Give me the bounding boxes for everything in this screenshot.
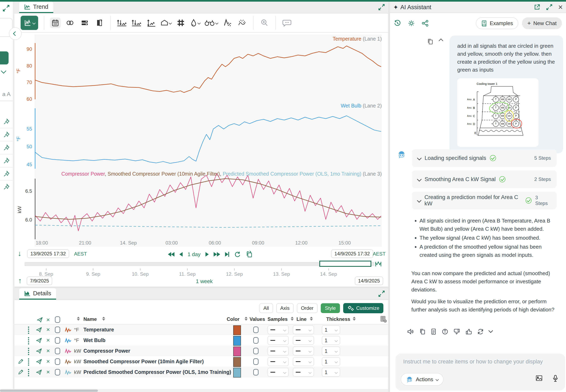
color-swatch[interactable] [233, 336, 241, 346]
values-checkbox[interactable] [253, 326, 258, 333]
tab-trend[interactable]: Trend [19, 2, 53, 13]
tab-details[interactable]: Details [19, 288, 56, 300]
sort-icon[interactable] [245, 317, 247, 321]
thumbs-up-icon[interactable] [466, 328, 472, 335]
row-name[interactable]: Smoothed Compressor Power (10min Agile F… [84, 359, 204, 364]
send-icon[interactable] [36, 326, 42, 333]
sort-icon[interactable] [291, 317, 294, 321]
chat-scroll-area[interactable]: add in all signals that are circled in g… [390, 33, 566, 353]
table-row[interactable]: ×°FTemperature1 [14, 324, 388, 335]
labels-tag-button[interactable] [161, 19, 171, 27]
range-selector-selection[interactable] [319, 261, 371, 267]
copy-message-icon[interactable] [427, 38, 433, 45]
copy-icon[interactable] [419, 328, 425, 335]
sort-icon[interactable] [102, 317, 105, 321]
expand-icon[interactable] [546, 4, 552, 10]
link-icon[interactable] [65, 17, 75, 28]
image-upload-icon[interactable] [535, 375, 543, 382]
history-icon[interactable] [394, 20, 401, 27]
filter-order-button[interactable]: Order [297, 303, 317, 313]
select-all-checkbox[interactable] [55, 316, 60, 323]
line-style-dropdown[interactable] [293, 325, 314, 334]
trend-chart-area[interactable]: 908070605550456.56.0 Temperature (Lane 1… [14, 33, 388, 247]
sort-icon[interactable] [353, 317, 356, 321]
remove-icon[interactable]: × [46, 369, 50, 375]
document-icon[interactable] [431, 328, 437, 335]
samples-style-dropdown[interactable] [268, 357, 289, 366]
samples-icon[interactable] [222, 17, 233, 28]
send-icon[interactable] [37, 316, 43, 323]
new-chat-button[interactable]: + New Chat [522, 17, 562, 29]
expand-icon[interactable] [2, 4, 10, 12]
investigate-button[interactable] [204, 19, 218, 27]
step-to-end-icon[interactable] [225, 252, 229, 257]
step-back-fast-icon[interactable] [168, 252, 174, 257]
low-high-signal-2-icon[interactable] [131, 17, 142, 28]
microphone-icon[interactable] [552, 375, 558, 382]
column-thickness[interactable]: Thickness [326, 316, 350, 322]
investigate-end-input[interactable]: 14/9/2025 [355, 277, 383, 285]
examples-button[interactable]: Examples [476, 17, 518, 29]
row-checkbox[interactable] [55, 348, 60, 354]
table-row[interactable]: ×kWCompressor Power1 [14, 346, 388, 356]
display-end-timezone[interactable]: AEST [373, 251, 386, 257]
chevron-down-icon[interactable] [489, 329, 492, 333]
actions-button[interactable]: Actions [401, 373, 444, 386]
auto-scale-icon[interactable] [146, 17, 156, 28]
collapse-message-icon[interactable] [439, 39, 443, 45]
trend-view-dropdown-button[interactable] [21, 16, 38, 30]
column-samples[interactable]: Samples [268, 316, 288, 322]
dimming-button[interactable] [190, 19, 200, 27]
step-forward-fast-icon[interactable] [214, 252, 220, 257]
table-row[interactable]: ×kWSmoothed Compressor Power (10min Agil… [14, 356, 388, 367]
row-name[interactable]: Predicted Smoothed Compressor Power (OLS… [84, 369, 231, 375]
pin-icon[interactable] [0, 154, 13, 168]
kebab-menu-icon[interactable] [28, 348, 29, 355]
color-swatch[interactable] [233, 357, 241, 367]
kebab-menu-icon[interactable] [28, 337, 29, 345]
add-column-icon[interactable] [380, 316, 387, 322]
pin-icon[interactable] [0, 115, 13, 128]
expand-trend-icon[interactable] [378, 4, 385, 11]
remove-icon[interactable]: × [46, 326, 50, 333]
customize-button[interactable]: Customize [343, 303, 383, 313]
row-name[interactable]: Wet Bulb [84, 337, 105, 343]
pin-icon[interactable] [0, 141, 13, 154]
filter-axis-button[interactable]: Axis [276, 303, 294, 313]
kebab-menu-icon[interactable] [28, 326, 29, 334]
remove-all-icon[interactable]: × [46, 317, 50, 323]
filter-all-button[interactable]: All [259, 303, 273, 313]
move-start-up-icon[interactable]: ↑ [18, 277, 22, 284]
column-line[interactable]: Line [297, 316, 307, 322]
samples-style-dropdown[interactable] [268, 368, 289, 377]
values-checkbox[interactable] [253, 348, 258, 354]
step-back-icon[interactable] [179, 252, 183, 257]
values-checkbox[interactable] [253, 369, 258, 376]
display-duration[interactable]: 1 day [187, 251, 200, 258]
row-checkbox[interactable] [55, 358, 60, 365]
line-style-dropdown[interactable] [293, 368, 314, 377]
step-forward-icon[interactable] [205, 252, 209, 257]
row-checkbox[interactable] [55, 369, 60, 376]
row-name[interactable]: Compressor Power [84, 348, 130, 354]
pencil-icon[interactable] [18, 358, 24, 364]
volume-icon[interactable] [407, 328, 414, 335]
zoom-in-icon[interactable] [259, 17, 270, 28]
step-group-1[interactable]: Loading specified signals 5 Steps [412, 149, 557, 167]
step-group-3[interactable]: Creating a prediction model for Area C k… [412, 192, 557, 209]
line-style-dropdown[interactable] [293, 357, 314, 366]
column-values[interactable]: Values [250, 316, 265, 322]
compare-icon[interactable] [94, 17, 105, 28]
filter-style-button[interactable]: Style [321, 303, 340, 313]
copy-range-icon[interactable] [245, 251, 253, 258]
auto-update-icon[interactable] [375, 261, 382, 267]
color-swatch[interactable] [233, 347, 241, 356]
horizontal-scrollbar-thumb[interactable] [0, 390, 98, 392]
table-row[interactable]: ×°FWet Bulb1 [14, 335, 388, 346]
pin-icon[interactable] [0, 167, 13, 181]
thickness-dropdown[interactable]: 1 [322, 325, 340, 334]
scatter-smooth-icon[interactable] [237, 17, 247, 28]
samples-style-dropdown[interactable] [268, 336, 289, 345]
send-icon[interactable] [36, 337, 42, 343]
low-high-signal-icon[interactable] [116, 17, 127, 28]
